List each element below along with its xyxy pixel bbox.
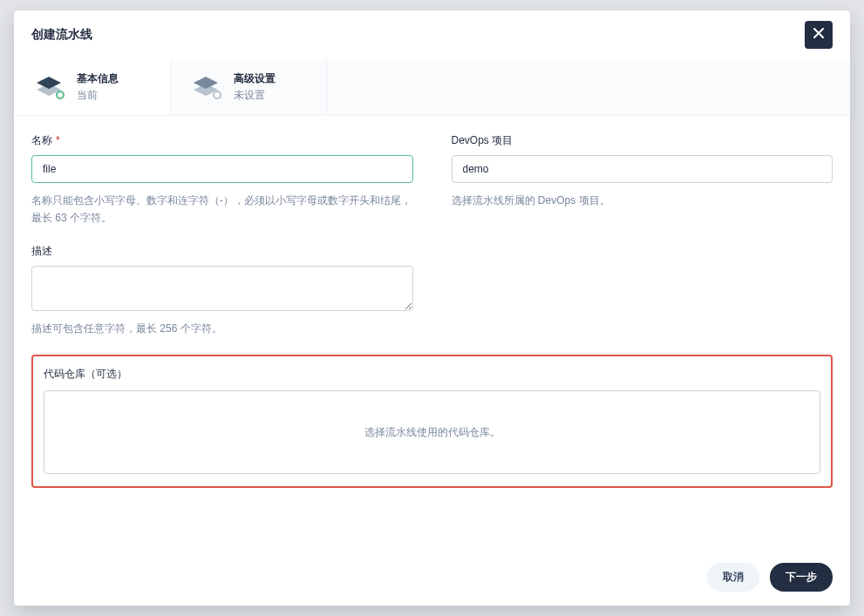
layers-icon [31,71,66,103]
tab-advanced-settings[interactable]: 高级设置 未设置 [171,59,328,115]
tab-advanced-labels: 高级设置 未设置 [234,71,276,103]
cancel-button[interactable]: 取消 [707,563,759,592]
tab-basic-subtitle: 当前 [77,88,119,103]
project-hint: 选择流水线所属的 DevOps 项目。 [452,192,833,209]
close-button[interactable] [805,21,833,49]
next-button[interactable]: 下一步 [770,563,833,592]
layers-icon [188,71,223,103]
description-label: 描述 [31,244,413,259]
repo-label: 代码仓库（可选） [44,367,820,382]
tab-basic-info[interactable]: 基本信息 当前 [14,59,171,115]
status-dot-unset-icon [213,91,221,99]
step-tabs: 基本信息 当前 高级设置 未设置 [14,59,850,116]
description-hint: 描述可包含任意字符，最长 256 个字符。 [31,320,413,337]
tab-advanced-subtitle: 未设置 [234,88,276,103]
svg-marker-1 [37,77,61,89]
name-hint: 名称只能包含小写字母、数字和连字符（-），必须以小写字母或数字开头和结尾，最长 … [31,192,413,227]
project-label: DevOps 项目 [452,133,833,148]
tab-basic-labels: 基本信息 当前 [77,71,119,103]
tab-advanced-title: 高级设置 [234,71,276,86]
close-icon [812,26,826,44]
form-row-description: 描述 描述可包含任意字符，最长 256 个字符。 [31,244,833,337]
modal-body: 名称* 名称只能包含小写字母、数字和连字符（-），必须以小写字母或数字开头和结尾… [14,116,850,549]
tab-basic-title: 基本信息 [77,71,119,86]
modal-title: 创建流水线 [31,27,92,43]
form-group-name: 名称* 名称只能包含小写字母、数字和连字符（-），必须以小写字母或数字开头和结尾… [31,133,413,227]
form-group-project: DevOps 项目 选择流水线所属的 DevOps 项目。 [452,133,833,227]
name-label: 名称* [31,133,413,148]
svg-marker-3 [194,77,218,89]
repo-placeholder-text: 选择流水线使用的代码仓库。 [364,425,500,440]
project-select[interactable] [452,155,833,183]
description-textarea[interactable] [31,266,413,311]
required-mark: * [56,134,60,146]
create-pipeline-modal: 创建流水线 基本信息 当前 [14,10,850,606]
form-group-description: 描述 描述可包含任意字符，最长 256 个字符。 [31,244,413,337]
name-label-text: 名称 [31,134,52,146]
name-input[interactable] [31,155,413,183]
modal-footer: 取消 下一步 [14,549,850,606]
status-dot-current-icon [56,91,65,99]
modal-header: 创建流水线 [14,10,850,59]
repo-select-area[interactable]: 选择流水线使用的代码仓库。 [44,390,820,474]
code-repo-section: 代码仓库（可选） 选择流水线使用的代码仓库。 [31,355,833,488]
form-row-name-project: 名称* 名称只能包含小写字母、数字和连字符（-），必须以小写字母或数字开头和结尾… [31,133,833,227]
